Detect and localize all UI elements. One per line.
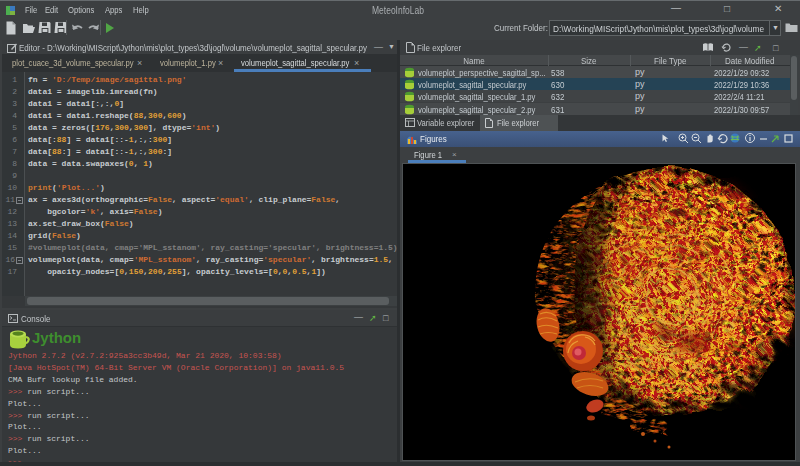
svg-text:Jython: Jython [32, 329, 81, 346]
